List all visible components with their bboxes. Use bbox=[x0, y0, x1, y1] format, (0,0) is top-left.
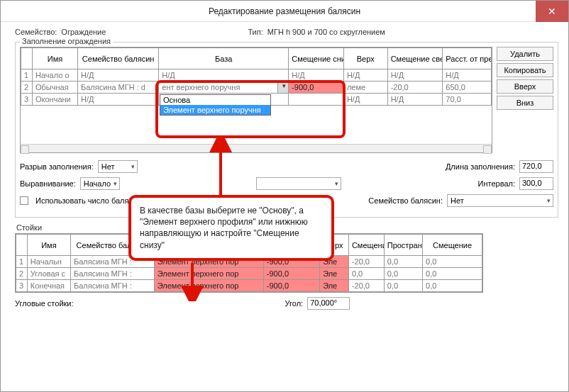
down-button[interactable]: Вниз bbox=[497, 96, 553, 110]
type-value: МГН h 900 и 700 со скруглением bbox=[267, 28, 385, 36]
baluster-family-label: Семейство балясин: bbox=[368, 196, 443, 205]
type-label: Тип: bbox=[248, 28, 263, 36]
table-row[interactable]: 2 Обычная Балясина МГН : d ент верхнего … bbox=[21, 82, 492, 94]
up-button[interactable]: Вверх bbox=[497, 79, 553, 94]
break-label: Разрыв заполнения: bbox=[20, 162, 94, 171]
interval-field[interactable]: 300,0 bbox=[519, 177, 553, 190]
family-label: Семейство: bbox=[15, 28, 57, 36]
interval-label: Интервал: bbox=[478, 179, 515, 188]
table-row[interactable]: 3 Конечная Балясина МГН : Элемент верхне… bbox=[16, 280, 482, 292]
col-family: Семейство балясин bbox=[78, 48, 159, 69]
col-top: Верх bbox=[343, 48, 387, 69]
use-count-checkbox[interactable] bbox=[20, 196, 28, 205]
family-value: Ограждение bbox=[61, 28, 106, 36]
col-base: База bbox=[159, 48, 289, 69]
fill-legend: Заполнение ограждения bbox=[20, 37, 113, 45]
length-label: Длина заполнения: bbox=[446, 162, 515, 171]
copy-button[interactable]: Копировать bbox=[497, 63, 553, 77]
baluster-family-select[interactable]: Нет bbox=[447, 194, 553, 207]
annotation-callout: В качестве базы выберите не "Основу", а … bbox=[128, 195, 334, 261]
titlebar: Редактирование размещения балясин ✕ bbox=[1, 1, 568, 22]
dropdown-option-selected[interactable]: Элемент верхнего поручня bbox=[160, 105, 270, 115]
align-select[interactable]: Начало bbox=[80, 177, 120, 190]
close-icon: ✕ bbox=[548, 6, 556, 17]
length-field[interactable]: 720,0 bbox=[519, 160, 553, 173]
h-scrollbar[interactable] bbox=[21, 144, 492, 152]
col-offset-bottom: Смещение снизу bbox=[289, 48, 344, 69]
col-dist: Расст. от предыдуш bbox=[443, 48, 492, 69]
base-dropdown-list[interactable]: Основа Элемент верхнего поручня bbox=[160, 94, 271, 116]
delete-button[interactable]: Удалить bbox=[497, 47, 553, 61]
close-button[interactable]: ✕ bbox=[536, 1, 568, 22]
extra-select[interactable] bbox=[256, 177, 341, 190]
fill-fieldset: Заполнение ограждения Имя Семейство баля… bbox=[15, 42, 558, 218]
dialog-window: Редактирование размещения балясин ✕ Семе… bbox=[0, 0, 569, 392]
angle-label: Угол: bbox=[285, 299, 304, 308]
dropdown-option[interactable]: Основа bbox=[160, 95, 270, 105]
col-offset-top: Смещение сверху bbox=[387, 48, 443, 69]
table-row[interactable]: 2 Угловая с Балясина МГН : Элемент верхн… bbox=[16, 268, 482, 280]
align-label: Выравнивание: bbox=[20, 179, 76, 188]
angle-field[interactable]: 70,000° bbox=[307, 297, 350, 310]
col-name: Имя bbox=[33, 48, 78, 69]
header-row: Семейство: Ограждение Тип: МГН h 900 и 7… bbox=[15, 28, 558, 36]
window-title: Редактирование размещения балясин bbox=[209, 6, 360, 16]
corner-posts-label: Угловые стойки: bbox=[15, 299, 74, 308]
break-select[interactable]: Нет bbox=[98, 160, 138, 173]
base-dropdown[interactable]: ент верхнего поручня bbox=[159, 82, 289, 94]
table-row[interactable]: 1 Начало о Н/Д Н/Д Н/Д Н/Д Н/Д Н/Д bbox=[21, 69, 492, 82]
